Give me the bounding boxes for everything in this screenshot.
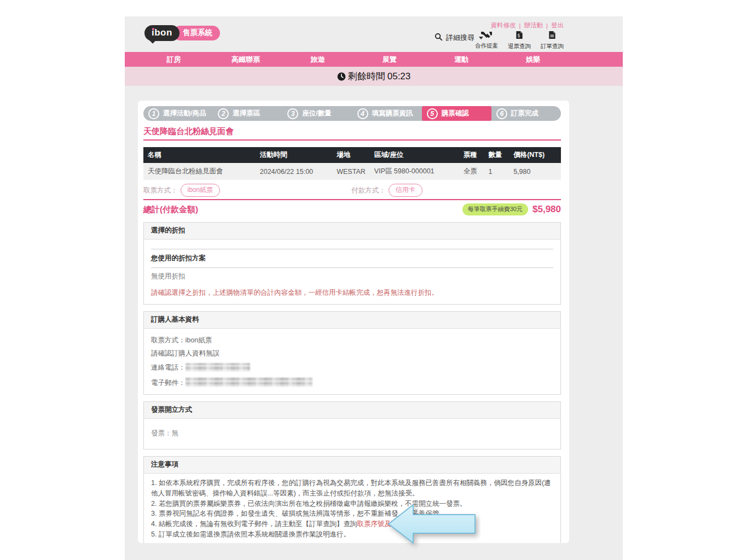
payment-method: 付款方式： 信用卡 [351, 184, 422, 197]
step-number: 5 [427, 108, 438, 119]
refund-document-icon: $ [516, 31, 523, 42]
buyer-phone-label: 連絡電話： [151, 364, 186, 371]
pickup-method: 取票方式： ibon紙票 [143, 184, 220, 197]
discount-plan-heading: 您使用的折扣方案 [151, 249, 553, 268]
main-nav: 訂房 高鐵聯票 旅遊 展覽 運動 娛樂 [125, 52, 623, 67]
order-document-icon [548, 31, 556, 42]
link-logout[interactable]: 登出 [551, 21, 564, 30]
ibon-logo-brand: ibon [144, 25, 179, 41]
annotation-arrow-left [383, 503, 480, 559]
notes-section-title: 注意事項 [144, 457, 560, 474]
step-1-choose-event: 1 選擇活動/商品 [143, 106, 213, 121]
step-number: 6 [496, 108, 507, 119]
link-host-event[interactable]: 辦活動 [524, 21, 543, 30]
nav-item-travel[interactable]: 旅遊 [282, 52, 354, 67]
step-4-fill-info: 4 填寫購票資訊 [352, 106, 422, 121]
methods-row: 取票方式： ibon紙票 付款方式： 信用卡 [143, 184, 561, 196]
account-links: 資料修改 | 辦活動 | 登出 [491, 21, 564, 30]
fee-badge: 每筆取票手續費30元 [462, 203, 528, 215]
step-label: 購票確認 [442, 109, 469, 118]
step-number: 1 [148, 108, 159, 119]
note-item-5: 5. 訂單成立後如需退換票請依照本系統相關退換票作業說明進行。 [151, 529, 553, 540]
handshake-icon [480, 31, 493, 41]
step-label: 選擇票區 [233, 109, 260, 118]
buyer-phone-row: 連絡電話： [151, 363, 553, 372]
countdown-time: 05:23 [387, 71, 411, 82]
buyer-pickup-line: 取票方式：ibon紙票 [151, 336, 553, 345]
buyer-email-redacted [186, 377, 312, 387]
step-label: 選擇活動/商品 [163, 109, 206, 118]
buyer-warning: 請確認訂購人資料無誤 [151, 349, 553, 358]
pickup-method-label: 取票方式： [143, 186, 178, 195]
col-price: 價格(NT$) [509, 147, 561, 163]
main-nav-items: 訂房 高鐵聯票 旅遊 展覽 運動 娛樂 [138, 52, 569, 67]
total-label: 總計(付款金額) [143, 205, 198, 215]
payment-method-label: 付款方式： [351, 186, 386, 195]
title-divider [143, 139, 561, 141]
buyer-email-row: 電子郵件： [151, 377, 553, 388]
total-amount: $5,980 [532, 204, 561, 215]
separator: | [546, 22, 548, 29]
quick-link-partner[interactable]: 合作提案 [475, 31, 498, 50]
step-6-complete: 6 訂票完成 [491, 106, 561, 121]
countdown-label: 剩餘時間 [348, 70, 385, 83]
cell-qty: 1 [484, 163, 509, 180]
nav-item-exhibition[interactable]: 展覽 [354, 52, 425, 67]
clock-icon [337, 72, 346, 81]
step-label: 座位/數量 [302, 109, 331, 118]
link-edit-profile[interactable]: 資料修改 [491, 21, 516, 30]
step-3-seat-qty: 3 座位/數量 [282, 106, 352, 121]
buyer-section: 訂購人基本資料 取票方式：ibon紙票 請確認訂購人資料無誤 連絡電話： 電子郵… [143, 311, 561, 395]
step-5-confirm-current: 5 購票確認 [422, 106, 491, 121]
quick-link-refund[interactable]: $ 退票查詢 [508, 31, 531, 50]
step-2-choose-zone: 2 選擇票區 [213, 106, 282, 121]
total-divider [143, 199, 561, 200]
col-zone-seat: 區域/座位 [370, 147, 459, 163]
note-item-4: 4. 結帳完成後，無論有無收到電子郵件，請主動至【訂單查詢】查詢取票序號及取票期… [151, 519, 553, 529]
nav-item-hotel[interactable]: 訂房 [138, 52, 210, 67]
progress-steps: 1 選擇活動/商品 2 選擇票區 3 座位/數量 4 填寫購票資訊 5 購票確認… [143, 106, 561, 121]
invoice-value: 發票：無 [144, 419, 560, 449]
order-table-row: 天使降臨台北粉絲見面會 2024/06/22 15:00 WESTAR VIP區… [143, 163, 561, 180]
nav-item-entertainment[interactable]: 娛樂 [497, 52, 569, 67]
discount-plan-value: 無使用折扣 [151, 268, 553, 281]
nav-item-sports[interactable]: 運動 [425, 52, 497, 67]
col-venue: 場地 [332, 147, 370, 163]
order-table: 名稱 活動時間 場地 區域/座位 票種 數量 價格(NT$) 天使降臨台北粉絲見… [143, 147, 561, 180]
buyer-section-title: 訂購人基本資料 [144, 312, 560, 329]
site-header: ibon 售票系統 資料修改 | 辦活動 | 登出 詳細搜尋 [125, 16, 623, 52]
step-number: 2 [218, 108, 229, 119]
cell-datetime: 2024/06/22 15:00 [256, 163, 332, 180]
event-title: 天使降臨台北粉絲見面會 [143, 126, 561, 137]
cell-name: 天使降臨台北粉絲見面會 [143, 163, 256, 180]
ibon-logo-suffix: 售票系統 [173, 26, 220, 40]
ibon-logo[interactable]: ibon 售票系統 [144, 25, 220, 41]
checkout-card: 1 選擇活動/商品 2 選擇票區 3 座位/數量 4 填寫購票資訊 5 購票確認… [138, 101, 569, 543]
invoice-section-title: 發票開立方式 [144, 402, 560, 419]
quick-link-label: 退票查詢 [508, 43, 531, 50]
cell-ticket-type: 全票 [459, 163, 484, 180]
quick-links: 合作提案 $ 退票查詢 [475, 31, 564, 50]
nav-item-hsr[interactable]: 高鐵聯票 [210, 52, 281, 67]
advanced-search-label: 詳細搜尋 [446, 33, 474, 43]
payment-method-pill: 信用卡 [389, 184, 422, 197]
pickup-method-pill: ibon紙票 [181, 184, 221, 197]
col-ticket-type: 票種 [459, 147, 484, 163]
quick-link-label: 合作提案 [475, 42, 498, 50]
total-row: 總計(付款金額) 每筆取票手續費30元 $5,980 [143, 203, 561, 215]
cell-venue: WESTAR [332, 163, 370, 180]
step-label: 填寫購票資訊 [372, 109, 413, 118]
buyer-phone-redacted [186, 363, 250, 371]
quick-link-orders[interactable]: 訂單查詢 [541, 31, 564, 50]
step-number: 4 [357, 108, 368, 119]
step-label: 訂票完成 [511, 109, 538, 118]
cell-zone-seat: VIP區 5980-000001 [370, 163, 459, 180]
invoice-section: 發票開立方式 發票：無 [143, 401, 561, 450]
buyer-email-label: 電子郵件： [151, 379, 186, 387]
svg-text:$: $ [517, 33, 520, 38]
quick-link-label: 訂單查詢 [541, 43, 564, 50]
order-table-header-row: 名稱 活動時間 場地 區域/座位 票種 數量 價格(NT$) [143, 147, 561, 163]
col-qty: 數量 [484, 147, 509, 163]
note-item-2: 2. 若您購買的票券屬娛樂票券，已依法向演出所在地之稅捐稽徵處申請報繳娛樂稅，不… [151, 499, 553, 509]
notes-section: 注意事項 1. 如依本系統程序購買，完成所有程序後，您的訂購行為視為交易完成，對… [143, 456, 561, 543]
